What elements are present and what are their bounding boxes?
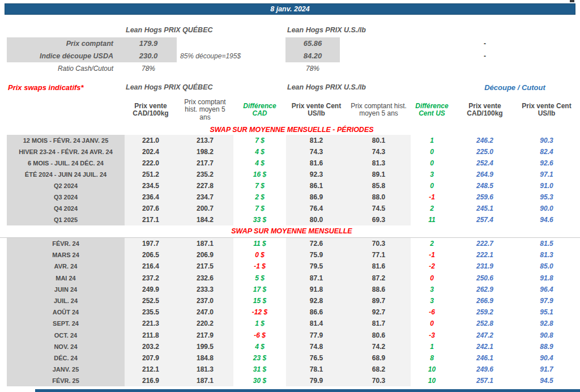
table-row: 12 MOIS - FÉVR. 24 JANV. 25221.0213.77 $… (7, 135, 577, 146)
cell-us-vente: 81.2 (286, 135, 347, 146)
spot-row-label: Prix comptant (7, 37, 113, 50)
spot-note: 85% découpe=195$ (180, 50, 282, 62)
cell-cad-hist: 184.8 (177, 352, 233, 364)
cell-diff-us: 2 (411, 203, 453, 214)
cell-cutout-us: 90.4 (517, 352, 577, 364)
column-header: Prix vente Cent US/lb (517, 96, 577, 123)
cell-cad-vente: 249.9 (125, 284, 177, 295)
cell-us-vente: 86.9 (286, 191, 347, 203)
cell-cutout-us: 92.8 (517, 318, 577, 329)
row-period-label: Q3 2024 (7, 191, 125, 203)
column-header-spacer (7, 96, 125, 123)
cell-cutout-cad: 231.9 (453, 261, 517, 272)
pricing-sheet: 8 janv. 2024 Lean Hogs PRIX QUÉBEC Lean … (0, 0, 580, 392)
cell-us-vente: 92.3 (286, 169, 347, 180)
row-period-label: JANV. 25 (7, 364, 125, 375)
cell-cad-hist: 217.9 (177, 330, 233, 341)
cell-cad-hist: 217.7 (177, 157, 233, 169)
cell-cutout-cad: 249.6 (453, 364, 517, 375)
cell-diff-cad: 1 $ (233, 318, 286, 329)
row-period-label: ÉTÉ 2024 - JUIN 24 JUIL. 24 (7, 169, 125, 180)
cell-us-hist: 81.3 (347, 157, 411, 169)
spot-us-value: 65.86 (285, 37, 340, 50)
spot-cad-value: 78% (120, 62, 177, 75)
cell-us-hist: 88.6 (347, 284, 411, 295)
spot-cad-value: 179.9 (120, 37, 177, 50)
column-header: Prix comptant hist. moyen 5 ans (177, 96, 233, 123)
cell-cad-hist: 232.6 (177, 272, 233, 284)
table-row: ÉTÉ 2024 - JUIN 24 JUIL. 24251.2235.216 … (7, 169, 577, 180)
cell-us-hist: 81.6 (347, 261, 411, 272)
cell-diff-us: -1 (411, 249, 453, 261)
row-period-label: HIVER 23-24 - FÉVR. 24 AVR. 24 (7, 146, 125, 157)
cell-us-hist: 89.1 (347, 169, 411, 180)
cell-us-hist: 74.5 (347, 203, 411, 214)
cell-cutout-cad: 225.0 (453, 146, 517, 157)
spot-price-block: Lean Hogs PRIX QUÉBEC Lean Hogs PRIX U.S… (0, 0, 580, 74)
cell-cad-vente: 221.3 (125, 318, 177, 329)
spot-extra-dash: - (453, 50, 517, 62)
cell-cad-vente: 207.6 (125, 203, 177, 214)
cell-us-hist: 81.7 (347, 318, 411, 329)
table-row: FÉVR. 25216.9187.130 $79.970.310257.194.… (7, 375, 577, 386)
row-period-label: FÉVR. 25 (7, 375, 125, 386)
cell-cutout-us: 91.7 (517, 364, 577, 375)
cell-cutout-cad: 257.1 (453, 375, 517, 386)
cell-diff-cad: 15 $ (233, 295, 286, 306)
table-row: AOÛT 24235.5247.0-12 $86.692.7-6259.295.… (7, 306, 577, 318)
cell-cad-hist: 200.7 (177, 203, 233, 214)
row-period-label: MARS 24 (7, 249, 125, 261)
table-row: JUIN 24249.9233.317 $91.888.63262.996.4 (7, 284, 577, 295)
cell-diff-cad: 7 $ (233, 135, 286, 146)
cell-cad-vente: 212.1 (125, 364, 177, 375)
row-period-label: JUIN 24 (7, 284, 125, 295)
cell-us-hist: 80.1 (347, 135, 411, 146)
cell-diff-cad: 5 $ (233, 272, 286, 284)
cell-diff-us: 0 (411, 180, 453, 191)
cell-cutout-us: 95.3 (517, 191, 577, 203)
cell-cutout-cad: 264.9 (453, 169, 517, 180)
section-title: SWAP SUR MOYENNE MENSUELLE (7, 225, 577, 238)
cell-us-hist: 77.1 (347, 249, 411, 261)
cell-diff-cad: 30 $ (233, 375, 286, 386)
cell-cutout-cad: 222.1 (453, 249, 517, 261)
cell-cutout-cad: 245.1 (453, 203, 517, 214)
spot-quebec-header: Lean Hogs PRIX QUÉBEC (126, 26, 213, 34)
cell-us-hist: 70.3 (347, 375, 411, 386)
cell-diff-us: 0 (411, 318, 453, 329)
cell-diff-cad: 31 $ (233, 364, 286, 375)
cell-diff-us: 10 (411, 364, 453, 375)
cell-cad-hist: 187.1 (177, 375, 233, 386)
column-header: Prix vente CAD/100kg (125, 96, 177, 123)
row-period-label: MAI 24 (7, 272, 125, 284)
cell-cad-hist: 198.2 (177, 146, 233, 157)
row-period-label: SEPT. 24 (7, 318, 125, 329)
cell-cutout-us: 91.0 (517, 180, 577, 191)
cell-cutout-us: 94.6 (517, 214, 577, 225)
cell-us-vente: 74.8 (286, 341, 347, 352)
table-row: MARS 24206.5206.90 $75.977.1-1222.181.3 (7, 249, 577, 261)
cell-us-hist: 89.7 (347, 295, 411, 306)
column-header-row: Prix vente CAD/100kg Prix comptant hist.… (7, 96, 577, 123)
cell-cad-hist: 247.0 (177, 306, 233, 318)
cell-us-vente: 87.1 (286, 272, 347, 284)
spot-extra-dash: - (453, 37, 517, 50)
spot-cad-value: 230.0 (120, 50, 177, 62)
cell-diff-cad: -1 $ (233, 261, 286, 272)
cell-cutout-cad: 246.1 (453, 352, 517, 364)
cell-cad-vente: 206.5 (125, 249, 177, 261)
cell-cutout-cad: 246.2 (453, 135, 517, 146)
cell-diff-us: 11 (411, 214, 453, 225)
cell-cutout-us: 96.4 (517, 284, 577, 295)
row-period-label: FÉVR. 24 (7, 238, 125, 249)
cell-us-hist: 68.9 (347, 352, 411, 364)
cell-us-vente: 86.1 (286, 180, 347, 191)
swaps-cutout-header: Découpe / Cutout (453, 83, 577, 92)
cell-cutout-cad: 259.6 (453, 191, 517, 203)
cell-diff-cad: 4 $ (233, 341, 286, 352)
cell-cad-hist: 213.7 (177, 135, 233, 146)
cell-diff-cad: -6 $ (233, 330, 286, 341)
bottom-section-bar (35, 389, 580, 392)
cell-cutout-us: 81.3 (517, 249, 577, 261)
cell-cutout-us: 88.9 (517, 341, 577, 352)
